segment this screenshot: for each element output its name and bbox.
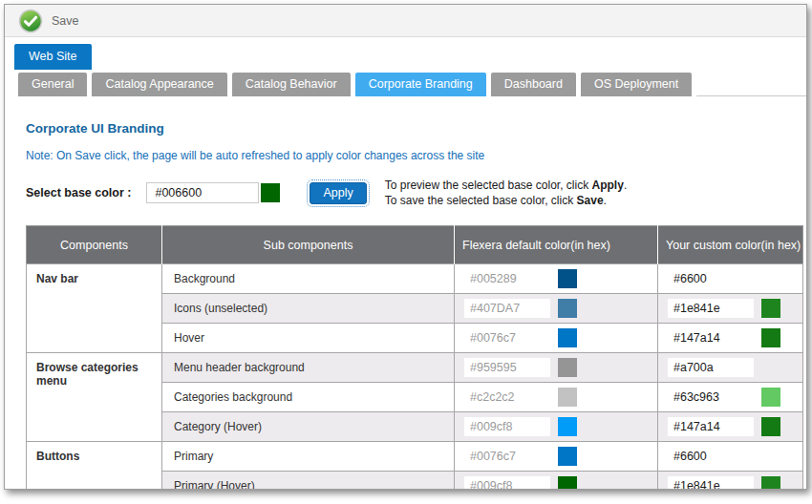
tab-general[interactable]: General	[18, 73, 87, 96]
custom-color-cell	[658, 324, 803, 353]
header-components: Components	[27, 226, 162, 264]
tab-catalog-appearance[interactable]: Catalog Appearance	[92, 73, 226, 96]
default-color-cell	[455, 472, 658, 491]
subcomponent-cell: Primary (Hover)	[162, 472, 455, 491]
custom-hex-input[interactable]	[668, 447, 754, 466]
subcomponent-cell: Menu header background	[162, 353, 455, 383]
subcomponent-cell: Icons (unselected)	[162, 294, 455, 324]
header-sub-components: Sub components	[162, 226, 455, 264]
custom-hex-input[interactable]	[668, 328, 754, 347]
custom-color-swatch	[761, 358, 780, 377]
custom-color-swatch	[761, 417, 780, 436]
default-color-swatch	[558, 358, 577, 377]
custom-color-swatch	[761, 328, 780, 347]
custom-hex-input[interactable]	[668, 417, 754, 436]
default-hex-input	[464, 269, 550, 288]
default-hex-input	[464, 388, 550, 407]
apply-button[interactable]: Apply	[310, 182, 366, 204]
default-color-cell	[455, 353, 658, 383]
default-hex-input	[464, 328, 550, 347]
custom-color-cell	[658, 442, 803, 472]
table-header-row: Components Sub components Flexera defaul…	[27, 226, 803, 264]
custom-color-cell	[658, 472, 803, 491]
subcomponent-cell: Primary	[162, 442, 455, 472]
default-color-swatch	[558, 299, 577, 318]
base-color-input[interactable]	[146, 182, 259, 203]
instruction-line-preview: To preview the selected base color, clic…	[385, 178, 627, 193]
table-row: Buttons Primary	[27, 442, 803, 472]
custom-hex-input[interactable]	[668, 476, 754, 490]
tab-catalog-behavior[interactable]: Catalog Behavior	[232, 73, 351, 96]
default-color-swatch	[558, 269, 577, 288]
default-color-swatch	[558, 417, 577, 436]
tab-strip: General Catalog Appearance Catalog Behav…	[5, 73, 806, 96]
default-hex-input	[464, 358, 550, 377]
custom-color-swatch	[761, 388, 780, 407]
table-row: Nav bar Background	[27, 264, 803, 294]
custom-color-cell	[658, 412, 803, 442]
note-text: Note: On Save click, the page will be au…	[26, 149, 806, 162]
base-color-label: Select base color :	[26, 186, 131, 200]
instruction-line-save: To save the selected base color, click S…	[385, 193, 627, 208]
custom-hex-input[interactable]	[668, 358, 754, 377]
default-color-swatch	[558, 388, 577, 407]
content-area: Corporate UI Branding Note: On Save clic…	[5, 121, 806, 490]
app-window: Save Web Site General Catalog Appearance…	[4, 4, 807, 490]
custom-color-cell	[658, 383, 803, 412]
base-color-swatch[interactable]	[261, 183, 280, 202]
default-hex-input	[464, 476, 550, 490]
tab-strip-divider	[696, 95, 806, 96]
branding-table: Components Sub components Flexera defaul…	[26, 225, 803, 490]
subcomponent-cell: Category (Hover)	[162, 412, 455, 442]
custom-color-swatch	[761, 447, 780, 466]
header-custom-color: Your custom color(in hex)	[658, 226, 803, 264]
tab-web-site[interactable]: Web Site	[14, 44, 92, 70]
default-hex-input	[464, 417, 550, 436]
default-color-swatch	[558, 476, 577, 490]
default-color-swatch	[558, 447, 577, 466]
subcomponent-cell: Categories background	[162, 383, 455, 412]
tab-dashboard[interactable]: Dashboard	[491, 73, 576, 96]
header-default-color: Flexera default color(in hex)	[455, 226, 658, 264]
site-tab-row: Web Site	[14, 44, 806, 70]
component-cell-browse-categories: Browse categories menu	[27, 353, 162, 442]
default-color-cell	[455, 383, 658, 412]
custom-hex-input[interactable]	[668, 299, 754, 318]
default-color-cell	[455, 442, 658, 472]
base-color-row: Select base color : Apply To preview the…	[26, 178, 806, 208]
custom-color-cell	[658, 294, 803, 324]
default-color-cell	[455, 264, 658, 294]
custom-color-cell	[658, 264, 803, 294]
table-row: Browse categories menu Menu header backg…	[27, 353, 803, 383]
default-color-swatch	[558, 328, 577, 347]
save-check-icon	[18, 9, 43, 33]
instructions: To preview the selected base color, clic…	[385, 178, 627, 208]
page-title: Corporate UI Branding	[26, 121, 806, 136]
default-color-cell	[455, 294, 658, 324]
custom-color-swatch	[761, 269, 780, 288]
subcomponent-cell: Background	[162, 264, 455, 294]
tab-corporate-branding[interactable]: Corporate Branding	[355, 73, 486, 96]
component-cell-nav-bar: Nav bar	[27, 264, 162, 353]
custom-color-swatch	[761, 476, 780, 490]
custom-hex-input[interactable]	[668, 388, 754, 407]
save-label: Save	[52, 14, 79, 28]
custom-color-swatch	[761, 299, 780, 318]
default-hex-input	[464, 299, 550, 318]
toolbar: Save	[5, 5, 806, 37]
default-color-cell	[455, 324, 658, 353]
default-color-cell	[455, 412, 658, 442]
custom-hex-input[interactable]	[668, 269, 754, 288]
custom-color-cell	[658, 353, 803, 383]
tab-os-deployment[interactable]: OS Deployment	[581, 73, 692, 96]
default-hex-input	[464, 447, 550, 466]
component-cell-buttons: Buttons	[27, 442, 162, 491]
save-button[interactable]: Save	[18, 9, 79, 33]
subcomponent-cell: Hover	[162, 324, 455, 353]
